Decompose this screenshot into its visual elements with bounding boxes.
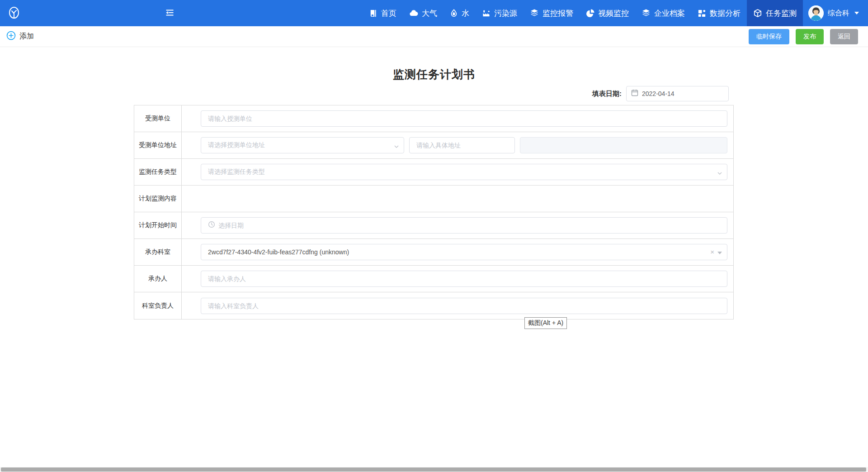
address-disabled-input-wrap	[520, 137, 727, 153]
field-label: 计划开始时间	[134, 212, 182, 238]
toolbar-actions: 临时保存 发布 返回	[749, 29, 858, 44]
tested-unit-input-wrap	[201, 110, 727, 127]
field-label: 受测单位	[134, 105, 182, 132]
form-row-unit-address: 受测单位地址 请选择授测单位地址	[134, 132, 733, 159]
department-select[interactable]: 2wcd7f27-4340-4fv2-fuib-feas277cdfng (un…	[201, 244, 727, 260]
home-book-icon	[369, 9, 377, 18]
chevron-down-icon	[717, 170, 722, 178]
department-select-value: 2wcd7f27-4340-4fv2-fuib-feas277cdfng (un…	[208, 248, 720, 256]
cube-icon	[753, 9, 762, 18]
form-row-task-type: 监测任务类型 请选择监测任务类型	[134, 159, 733, 186]
grid-squares-icon	[698, 9, 706, 18]
menu-fold-icon[interactable]	[165, 8, 175, 18]
nav-item-label: 企业档案	[654, 8, 685, 19]
nav-item-video-monitor[interactable]: 视频监控	[580, 0, 635, 26]
nav-item-atmosphere[interactable]: 大气	[403, 0, 443, 26]
nav-item-label: 监控报警	[542, 8, 573, 19]
nav-item-water[interactable]: 水	[443, 0, 476, 26]
caret-down-icon[interactable]	[717, 252, 722, 254]
nav-item-label: 大气	[422, 8, 437, 19]
screenshot-tooltip: 截图(Alt + A)	[524, 317, 567, 329]
page-title: 监测任务计划书	[0, 67, 868, 82]
app-logo-icon	[7, 6, 21, 20]
nav-menu: 首页 大气 水	[363, 0, 868, 26]
form-row-department: 承办科室 2wcd7f27-4340-4fv2-fuib-feas277cdfn…	[134, 239, 733, 266]
nav-item-label: 水	[462, 8, 469, 19]
nav-item-home[interactable]: 首页	[363, 0, 403, 26]
fill-date-label: 填表日期:	[592, 90, 622, 98]
fill-date-row: 填表日期:	[592, 86, 729, 101]
nav-item-monitor-alarm[interactable]: 监控报警	[524, 0, 580, 26]
back-button[interactable]: 返回	[830, 29, 858, 44]
tested-unit-input[interactable]	[208, 115, 720, 122]
nav-item-label: 污染源	[494, 8, 517, 19]
horizontal-scrollbar[interactable]	[0, 467, 868, 472]
start-date-picker[interactable]	[201, 217, 727, 234]
calendar-icon	[631, 89, 638, 98]
cloud-icon	[409, 9, 418, 18]
temp-save-button[interactable]: 临时保存	[749, 29, 789, 44]
select-placeholder: 请选择监测任务类型	[208, 168, 720, 176]
field-label: 承办科室	[134, 239, 182, 265]
user-menu[interactable]: 综合科	[803, 0, 868, 26]
pie-chart-icon	[586, 9, 594, 18]
field-label: 承办人	[134, 266, 182, 292]
circle-plus-icon	[6, 31, 16, 42]
chevron-down-icon	[394, 143, 399, 151]
dept-head-input-wrap	[201, 298, 727, 314]
user-caret-down-icon	[854, 12, 859, 14]
field-label: 受测单位地址	[134, 132, 182, 158]
plan-content-empty-cell	[182, 186, 733, 212]
task-type-select[interactable]: 请选择监测任务类型	[201, 164, 727, 180]
nav-item-label: 数据分析	[710, 8, 741, 19]
nav-item-enterprise-archive[interactable]: 企业档案	[635, 0, 691, 26]
water-drop-icon	[450, 9, 458, 17]
publish-button[interactable]: 发布	[796, 29, 824, 44]
nav-item-pollution-source[interactable]: 污染源	[476, 0, 524, 26]
nav-item-label: 视频监控	[598, 8, 629, 19]
monitor-task-form-table: 受测单位 受测单位地址 请选择授测单位地址 监测任务类型	[134, 105, 734, 319]
nav-item-label: 任务监测	[766, 8, 797, 19]
scrollbar-thumb[interactable]	[1, 467, 866, 472]
fill-date-picker[interactable]	[626, 86, 729, 101]
form-row-dept-head: 科室负责人	[134, 292, 733, 319]
factory-icon	[482, 9, 491, 18]
form-row-tested-unit: 受测单位	[134, 105, 733, 132]
nav-item-task-monitor[interactable]: 任务监测	[747, 0, 803, 26]
field-label: 计划监测内容	[134, 186, 182, 212]
top-navbar: 首页 大气 水	[0, 0, 868, 26]
add-button[interactable]: 添加	[6, 31, 34, 42]
detail-address-input[interactable]	[416, 142, 508, 149]
layers-icon	[530, 9, 539, 18]
add-button-label: 添加	[19, 32, 34, 41]
form-row-undertaker: 承办人	[134, 266, 733, 292]
unit-address-select[interactable]: 请选择授测单位地址	[201, 137, 404, 153]
undertaker-input[interactable]	[208, 275, 720, 282]
undertaker-input-wrap	[201, 271, 727, 287]
nav-item-data-analysis[interactable]: 数据分析	[691, 0, 747, 26]
address-disabled-input	[527, 142, 720, 149]
toolbar: 添加 临时保存 发布 返回	[0, 26, 868, 47]
fill-date-input[interactable]	[642, 90, 724, 97]
clock-icon	[208, 221, 215, 230]
layers-icon	[642, 9, 651, 18]
user-name: 综合科	[828, 9, 849, 18]
clear-icon[interactable]: ×	[710, 248, 714, 256]
form-row-plan-content: 计划监测内容	[134, 186, 733, 212]
detail-address-input-wrap	[409, 137, 515, 153]
user-avatar	[808, 5, 824, 21]
dept-head-input[interactable]	[208, 302, 720, 310]
field-label: 监测任务类型	[134, 159, 182, 185]
select-placeholder: 请选择授测单位地址	[208, 141, 397, 149]
field-label: 科室负责人	[134, 292, 182, 319]
start-date-input[interactable]	[218, 222, 720, 229]
nav-item-label: 首页	[381, 8, 396, 19]
form-row-start-time: 计划开始时间	[134, 212, 733, 239]
